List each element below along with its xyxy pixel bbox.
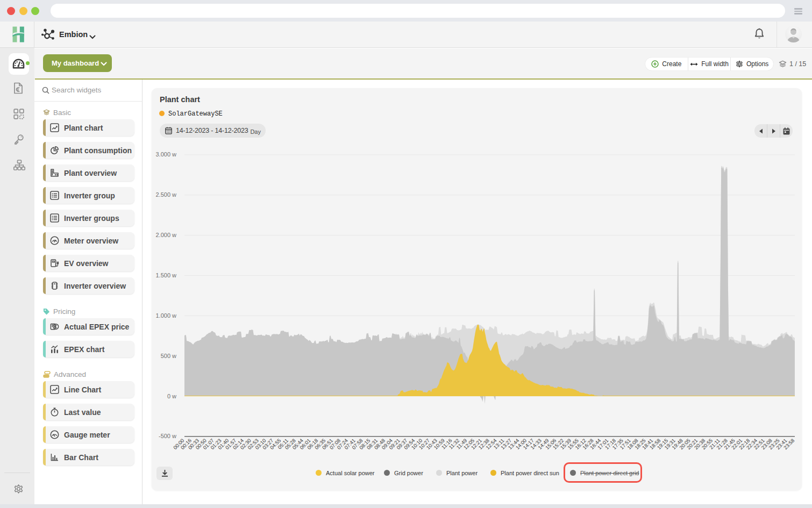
svg-text:2.000 w: 2.000 w bbox=[155, 232, 176, 238]
svg-text:3.000 w: 3.000 w bbox=[155, 151, 176, 158]
svg-text:2.500 w: 2.500 w bbox=[155, 191, 176, 198]
svg-text:500 w: 500 w bbox=[161, 353, 176, 359]
svg-text:-500 w: -500 w bbox=[159, 433, 176, 439]
svg-text:1.500 w: 1.500 w bbox=[155, 272, 176, 278]
svg-text:0 w: 0 w bbox=[167, 393, 176, 399]
svg-text:1.000 w: 1.000 w bbox=[155, 312, 176, 319]
